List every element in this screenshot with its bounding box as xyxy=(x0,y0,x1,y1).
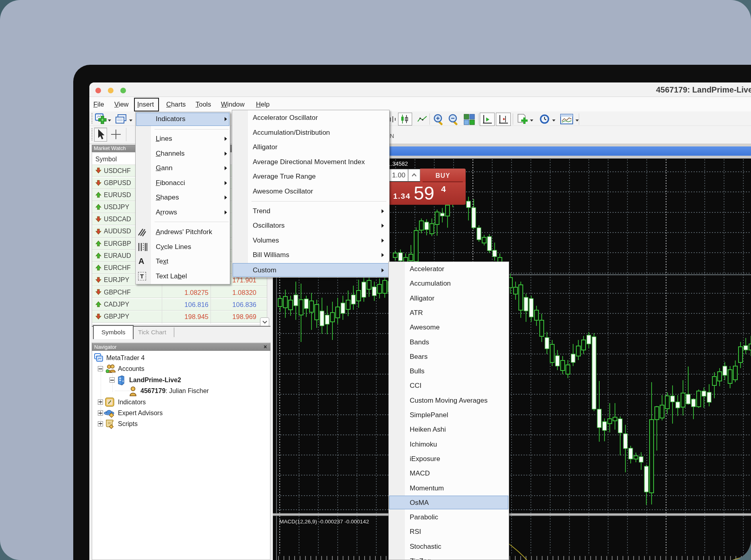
svg-text:MACD(12,26,9) -0.000237 -0.000: MACD(12,26,9) -0.000237 -0.000142 xyxy=(279,519,369,525)
